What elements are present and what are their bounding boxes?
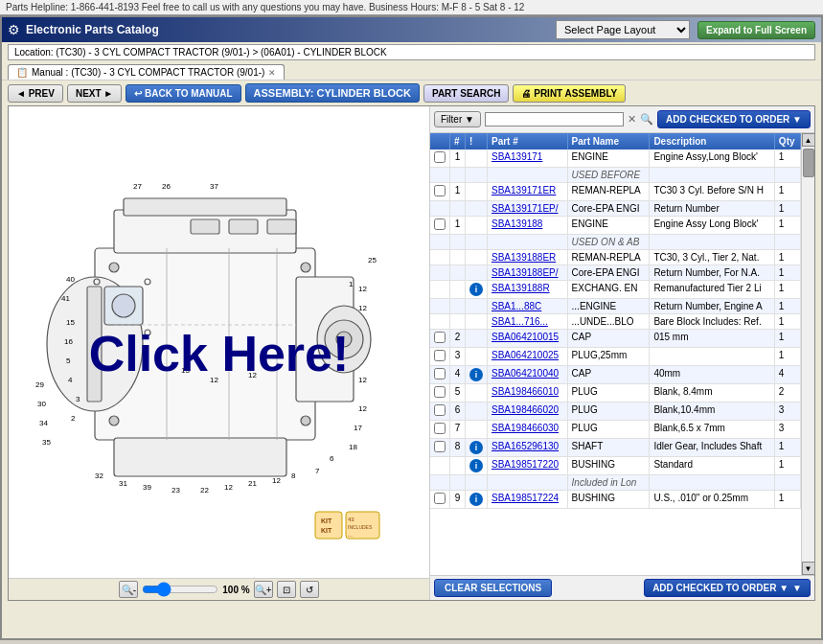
row-part-number[interactable]: SBA198517224 <box>488 491 568 509</box>
zoom-reset-button[interactable]: ↺ <box>300 581 319 598</box>
row-info[interactable]: i <box>466 491 488 509</box>
row-checkbox[interactable] <box>434 151 446 163</box>
row-num: 1 <box>450 217 466 235</box>
part-number-link[interactable]: SBA1...716... <box>492 316 548 327</box>
svg-rect-23 <box>191 219 219 234</box>
filter-clear-icon[interactable]: ✕ <box>628 113 636 126</box>
row-checkbox[interactable] <box>434 218 446 230</box>
add-checked-to-order-button-top[interactable]: ADD CHECKED TO ORDER ▼ <box>657 110 811 128</box>
row-checkbox[interactable] <box>434 441 446 452</box>
parts-scrollbar[interactable]: ▲ ▼ <box>801 133 814 575</box>
assembly-button[interactable]: ASSEMBLY: CYLINDER BLOCK <box>245 83 420 103</box>
row-info[interactable]: i <box>466 439 488 457</box>
part-number-link[interactable]: SBA139188R <box>492 283 550 293</box>
back-to-manual-button[interactable]: ↩ BACK TO MANUAL <box>126 84 240 103</box>
scroll-down-arrow[interactable]: ▼ <box>802 562 815 575</box>
row-part-number[interactable]: SBA139188 <box>488 217 568 235</box>
row-part-number[interactable]: SBA1...88C <box>488 299 568 314</box>
zoom-slider[interactable] <box>142 583 218 596</box>
row-info[interactable]: i <box>466 281 488 299</box>
row-part-number[interactable]: SBA198466010 <box>488 384 568 402</box>
row-num <box>450 475 466 491</box>
row-part-number[interactable]: SBA064210025 <box>488 348 568 366</box>
part-number-link[interactable]: SBA064210025 <box>492 350 559 360</box>
row-part-number[interactable]: SBA198466030 <box>488 421 568 439</box>
part-number-link[interactable]: SBA198517224 <box>492 493 559 503</box>
svg-text:12: 12 <box>358 304 367 312</box>
parts-table-container[interactable]: # ! Part # Part Name Description Qty 1SB… <box>430 133 801 575</box>
svg-text:2: 2 <box>71 414 76 423</box>
part-number-link[interactable]: SBA198466020 <box>492 404 559 415</box>
row-part-name: ENGINE <box>567 150 650 168</box>
row-checkbox[interactable] <box>434 493 446 504</box>
row-part-number[interactable]: SBA139188EP/ <box>488 265 568 281</box>
row-checkbox[interactable] <box>434 332 446 343</box>
part-number-link[interactable]: SBA139171 <box>492 151 542 162</box>
part-number-link[interactable]: SBA139188 <box>492 218 542 229</box>
scroll-up-arrow[interactable]: ▲ <box>802 133 815 147</box>
part-number-link[interactable]: SBA1...88C <box>492 301 541 311</box>
row-part-number[interactable]: SBA1...716... <box>488 314 568 330</box>
row-part-number[interactable]: SBA139188R <box>488 281 568 299</box>
zoom-in-button[interactable]: 🔍+ <box>254 581 273 598</box>
row-checkbox[interactable] <box>434 404 446 416</box>
filter-button[interactable]: Filter ▼ <box>434 111 481 127</box>
row-part-number[interactable]: SBA139171 <box>488 150 568 168</box>
part-number-link[interactable]: SBA198466010 <box>492 386 559 397</box>
row-part-number[interactable]: SBA198517220 <box>488 457 568 475</box>
row-part-name: REMAN-REPLA <box>567 250 650 265</box>
part-number-link[interactable]: SBA198517220 <box>492 459 559 470</box>
zoom-fit-button[interactable]: ⊡ <box>277 581 296 598</box>
info-icon[interactable]: i <box>469 283 483 296</box>
row-info[interactable]: i <box>466 366 488 384</box>
part-number-link[interactable]: SBA064210040 <box>492 368 559 379</box>
row-part-number[interactable]: SBA064210015 <box>488 330 568 348</box>
row-checkbox[interactable] <box>434 386 446 398</box>
search-icon[interactable]: 🔍 <box>640 113 653 126</box>
row-checkbox[interactable] <box>434 423 446 434</box>
info-icon[interactable]: i <box>469 441 483 454</box>
row-part-number[interactable]: SBA139171ER <box>488 183 568 201</box>
manual-tab[interactable]: 📋 Manual : (TC30) - 3 CYL COMPACT TRACTO… <box>8 64 285 80</box>
row-num: 5 <box>450 384 466 402</box>
row-part-number[interactable]: SBA139171EP/ <box>488 201 568 217</box>
part-number-link[interactable]: SBA139188EP/ <box>492 267 559 278</box>
part-number-link[interactable]: SBA198466030 <box>492 423 559 433</box>
row-checkbox[interactable] <box>434 350 446 361</box>
zoom-out-button[interactable]: 🔍- <box>119 581 138 598</box>
row-checkbox[interactable] <box>434 185 446 196</box>
prev-button[interactable]: ◄ PREV <box>8 84 63 103</box>
svg-text:26: 26 <box>162 182 171 191</box>
tractor-diagram[interactable]: 37 27 26 25 1 40 41 15 16 5 4 3 2 29 30 … <box>18 133 421 574</box>
row-part-number[interactable]: SBA165296130 <box>488 439 568 457</box>
info-icon[interactable]: i <box>469 459 483 472</box>
part-number-link[interactable]: SBA139188ER <box>492 252 556 263</box>
part-number-link[interactable]: SBA064210015 <box>492 332 559 342</box>
row-info[interactable]: i <box>466 457 488 475</box>
row-checkbox[interactable] <box>434 368 446 380</box>
next-button[interactable]: NEXT ► <box>67 84 122 103</box>
clear-selections-button[interactable]: CLEAR SELECTIONS <box>434 579 552 597</box>
info-icon[interactable]: i <box>469 368 483 381</box>
scroll-thumb[interactable] <box>803 149 814 177</box>
row-info <box>466 265 488 281</box>
page-layout-dropdown[interactable]: Select Page Layout <box>556 20 690 39</box>
expand-fullscreen-button[interactable]: Expand to Full Screen <box>697 21 815 39</box>
part-number-link[interactable]: SBA139171ER <box>492 185 556 196</box>
print-assembly-button[interactable]: 🖨 PRINT ASSEMBLY <box>513 84 626 103</box>
tab-close-icon[interactable]: ✕ <box>268 68 276 78</box>
part-search-button[interactable]: PART SEARCH <box>423 84 509 103</box>
row-checkbox-cell <box>430 299 450 314</box>
info-icon[interactable]: i <box>469 493 483 506</box>
row-part-number[interactable]: SBA064210040 <box>488 366 568 384</box>
row-part-number[interactable]: SBA198466020 <box>488 402 568 421</box>
row-part-number[interactable]: SBA139188ER <box>488 250 568 265</box>
part-number-link[interactable]: SBA165296130 <box>492 441 559 451</box>
svg-text:39: 39 <box>143 483 151 492</box>
add-checked-to-order-button-bottom[interactable]: ADD CHECKED TO ORDER ▼ ▼ <box>644 579 811 597</box>
part-number-link[interactable]: SBA139171EP/ <box>492 203 559 214</box>
row-checkbox-cell <box>430 366 450 384</box>
table-header-row: # ! Part # Part Name Description Qty <box>430 133 801 150</box>
svg-rect-65 <box>315 512 342 539</box>
filter-input[interactable] <box>485 112 624 126</box>
